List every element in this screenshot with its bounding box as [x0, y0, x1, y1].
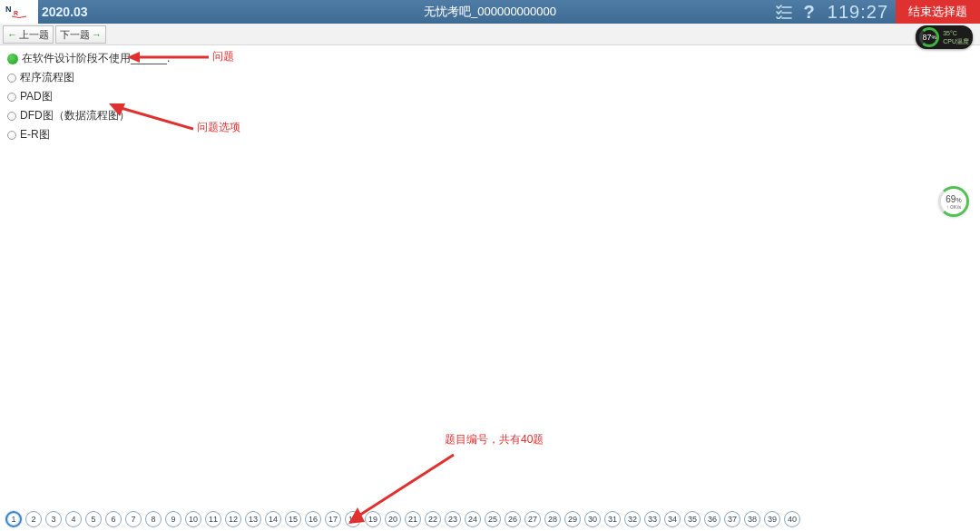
logo-ncr-icon: N R: [5, 2, 33, 22]
question-number-strip: 1234567891011121314151617181920212223242…: [5, 511, 975, 527]
question-area: 在软件设计阶段不使用______. 程序流程图PAD图DFD图（数据流程图）E-…: [0, 45, 980, 152]
question-number-23[interactable]: 23: [445, 511, 461, 527]
countdown-timer: 119:27: [820, 2, 896, 23]
question-number-10[interactable]: 10: [185, 511, 201, 527]
question-number-34[interactable]: 34: [664, 511, 681, 527]
cpu-caption: CPU温度: [943, 38, 969, 44]
question-number-21[interactable]: 21: [405, 511, 421, 527]
question-number-5[interactable]: 5: [85, 511, 102, 527]
net-value: 69: [946, 194, 956, 204]
question-number-17[interactable]: 17: [325, 511, 341, 527]
radio-empty-icon: [7, 131, 16, 140]
question-number-25[interactable]: 25: [485, 511, 501, 527]
radio-empty-icon: [7, 74, 16, 83]
question-number-2[interactable]: 2: [25, 511, 42, 527]
question-number-38[interactable]: 38: [744, 511, 760, 527]
option-label: E-R图: [20, 127, 50, 143]
question-number-13[interactable]: 13: [245, 511, 261, 527]
radio-empty-icon: [7, 93, 16, 102]
question-number-26[interactable]: 26: [505, 511, 521, 527]
question-number-16[interactable]: 16: [305, 511, 321, 527]
question-number-28[interactable]: 28: [544, 511, 561, 527]
arrow-right-icon: →: [92, 29, 102, 40]
net-sub: ↑ 0K/s: [946, 204, 962, 210]
end-choice-button[interactable]: 结束选择题: [896, 0, 980, 24]
question-number-33[interactable]: 33: [644, 511, 661, 527]
option-label: DFD图（数据流程图）: [20, 108, 130, 123]
question-number-8[interactable]: 8: [145, 511, 162, 527]
question-number-29[interactable]: 29: [564, 511, 581, 527]
next-question-button[interactable]: 下一题 →: [55, 25, 106, 44]
question-number-37[interactable]: 37: [724, 511, 740, 527]
version-label: 2020.03: [42, 5, 88, 19]
prev-question-button[interactable]: ← 上一题: [3, 25, 54, 44]
header-right: ? 119:27 结束选择题: [769, 0, 980, 24]
prev-label: 上一题: [19, 28, 49, 42]
perf-badge-net: 69% ↑ 0K/s: [938, 186, 969, 217]
question-number-31[interactable]: 31: [604, 511, 621, 527]
option-label: 程序流程图: [20, 70, 74, 85]
question-number-32[interactable]: 32: [624, 511, 641, 527]
question-number-30[interactable]: 30: [584, 511, 601, 527]
question-stem-bullet-icon: [7, 54, 18, 64]
svg-line-6: [358, 455, 454, 516]
header-title: 无忧考吧_000000000000: [424, 4, 556, 20]
cpu-temp: 35°C: [943, 30, 969, 36]
question-option[interactable]: 程序流程图: [7, 70, 973, 85]
question-number-7[interactable]: 7: [125, 511, 142, 527]
question-option[interactable]: DFD图（数据流程图）: [7, 108, 973, 123]
question-number-6[interactable]: 6: [105, 511, 122, 527]
question-number-40[interactable]: 40: [784, 511, 800, 527]
question-number-19[interactable]: 19: [365, 511, 381, 527]
question-stem: 在软件设计阶段不使用______.: [22, 51, 170, 66]
question-option[interactable]: PAD图: [7, 89, 973, 104]
next-label: 下一题: [60, 28, 90, 42]
question-number-1[interactable]: 1: [5, 511, 22, 527]
question-number-12[interactable]: 12: [225, 511, 241, 527]
cpu-info: 35°C CPU温度: [943, 30, 969, 44]
question-number-3[interactable]: 3: [45, 511, 62, 527]
nav-bar: ← 上一题 下一题 →: [0, 24, 980, 45]
question-number-35[interactable]: 35: [684, 511, 701, 527]
question-number-4[interactable]: 4: [65, 511, 82, 527]
cpu-usage-value: 87: [923, 33, 932, 42]
svg-text:R: R: [14, 10, 18, 16]
annotation-qnums: 题目编号，共有40题: [345, 432, 544, 524]
question-option[interactable]: E-R图: [7, 127, 973, 143]
help-icon[interactable]: ?: [799, 0, 820, 24]
list-check-icon[interactable]: [769, 0, 799, 24]
arrow-left-icon: ←: [7, 29, 17, 40]
app-header: N R 2020.03 无忧考吧_000000000000 ? 119:27 结…: [0, 0, 980, 24]
svg-text:N: N: [5, 5, 12, 14]
question-number-20[interactable]: 20: [385, 511, 401, 527]
cpu-usage-ring: 87%: [919, 27, 939, 47]
question-number-39[interactable]: 39: [764, 511, 780, 527]
radio-empty-icon: [7, 112, 16, 121]
question-number-22[interactable]: 22: [425, 511, 441, 527]
question-number-18[interactable]: 18: [345, 511, 361, 527]
question-number-15[interactable]: 15: [285, 511, 301, 527]
question-number-9[interactable]: 9: [165, 511, 181, 527]
question-number-14[interactable]: 14: [265, 511, 281, 527]
question-number-24[interactable]: 24: [465, 511, 481, 527]
app-logo: N R: [0, 0, 38, 24]
annotation-qnums-label: 题目编号，共有40题: [445, 432, 544, 447]
perf-badge-cpu: 87% 35°C CPU温度: [916, 25, 973, 49]
option-label: PAD图: [20, 89, 53, 104]
question-number-36[interactable]: 36: [704, 511, 720, 527]
question-number-11[interactable]: 11: [205, 511, 221, 527]
question-stem-row: 在软件设计阶段不使用______.: [7, 51, 973, 66]
question-number-27[interactable]: 27: [524, 511, 541, 527]
